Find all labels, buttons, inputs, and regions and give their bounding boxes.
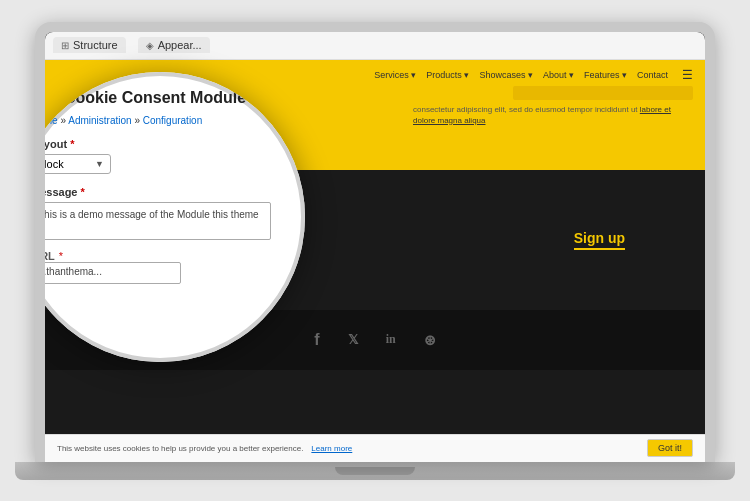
layout-label: Layout * xyxy=(45,138,289,150)
appearance-tab[interactable]: ◈ Appear... xyxy=(138,37,210,53)
url-required-star: * xyxy=(59,250,63,262)
url-input-text: ...thanthema... xyxy=(45,266,102,277)
structure-tab-label: Structure xyxy=(73,39,118,51)
url-partial-label: ...RL xyxy=(45,250,55,262)
menu-services[interactable]: Services ▾ xyxy=(374,70,416,80)
facebook-icon[interactable]: f xyxy=(314,331,319,349)
linkedin-icon[interactable]: in xyxy=(386,332,396,347)
structure-tab[interactable]: ⊞ Structure xyxy=(53,37,126,53)
cookie-accept-button[interactable]: Got it! xyxy=(647,439,693,457)
url-field-row: ...RL * xyxy=(45,250,289,262)
layout-select-value: block xyxy=(45,158,64,170)
structure-icon: ⊞ xyxy=(61,40,69,51)
breadcrumb: Home » Administration » Configuration xyxy=(45,115,289,126)
layout-required-star: * xyxy=(70,138,74,150)
hamburger-icon[interactable]: ☰ xyxy=(682,68,693,82)
layout-select-arrow: ▼ xyxy=(95,159,104,169)
laptop-screen: ⊞ Structure ◈ Appear... Services ▾ Produ… xyxy=(45,32,705,462)
layout-select[interactable]: block ▼ xyxy=(45,154,111,174)
website: ⊞ Structure ◈ Appear... Services ▾ Produ… xyxy=(45,32,705,462)
twitter-icon[interactable]: 𝕏 xyxy=(348,332,358,347)
breadcrumb-config[interactable]: Configuration xyxy=(143,115,202,126)
menu-contact[interactable]: Contact xyxy=(637,70,668,80)
message-textarea[interactable]: This is a demo message of the Module thi… xyxy=(45,202,271,240)
url-input[interactable]: ...thanthema... xyxy=(45,262,181,284)
site-nav-bar: ⊞ Structure ◈ Appear... xyxy=(45,32,705,60)
hero-body-text: consectetur adipiscing elit, sed do eius… xyxy=(413,104,693,126)
signup-text[interactable]: Sign up xyxy=(574,230,625,250)
message-textarea-text: This is a demo message of the Module thi… xyxy=(45,209,259,220)
laptop-shell: ⊞ Structure ◈ Appear... Services ▾ Produ… xyxy=(35,22,715,462)
cookie-bar: This website uses cookies to help us pro… xyxy=(45,434,705,462)
message-required-star: * xyxy=(81,186,85,198)
hero-search-bar xyxy=(513,86,693,100)
menu-products[interactable]: Products ▾ xyxy=(426,70,469,80)
message-label: Message * xyxy=(45,186,289,198)
menu-showcases[interactable]: Showcases ▾ xyxy=(479,70,533,80)
appearance-tab-label: Appear... xyxy=(158,39,202,51)
laptop-base xyxy=(15,462,735,480)
pinterest-icon[interactable]: ⊛ xyxy=(424,332,436,348)
menu-features[interactable]: Features ▾ xyxy=(584,70,627,80)
laptop-notch xyxy=(335,467,415,475)
menu-about[interactable]: About ▾ xyxy=(543,70,574,80)
appearance-icon: ◈ xyxy=(146,40,154,51)
breadcrumb-admin[interactable]: Administration xyxy=(68,115,131,126)
cookie-learn-more-link[interactable]: Learn more xyxy=(311,444,352,453)
cookie-message: This website uses cookies to help us pro… xyxy=(57,444,303,453)
